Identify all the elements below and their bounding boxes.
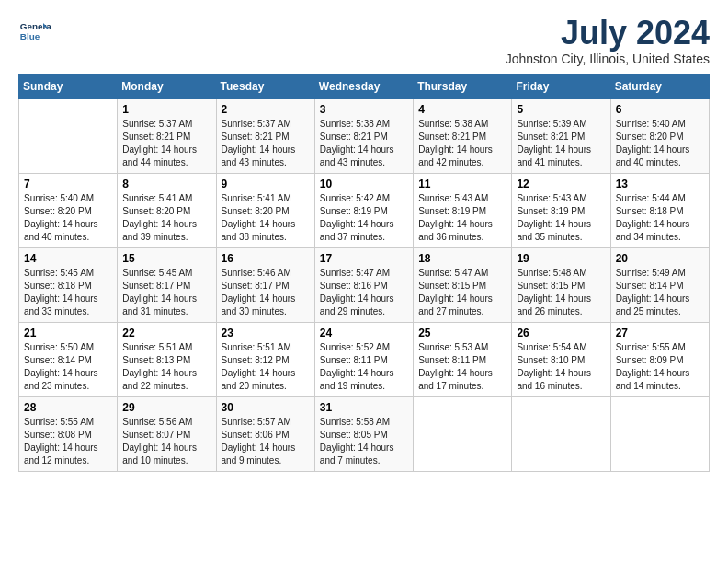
calendar-header-row: SundayMondayTuesdayWednesdayThursdayFrid… <box>19 74 710 98</box>
calendar-cell: 12Sunrise: 5:43 AM Sunset: 8:19 PM Dayli… <box>512 173 610 247</box>
calendar-cell <box>610 396 709 471</box>
calendar-cell: 6Sunrise: 5:40 AM Sunset: 8:20 PM Daylig… <box>610 98 709 173</box>
weekday-header-wednesday: Wednesday <box>314 74 413 98</box>
calendar-cell: 26Sunrise: 5:54 AM Sunset: 8:10 PM Dayli… <box>512 322 610 396</box>
day-info: Sunrise: 5:45 AM Sunset: 8:17 PM Dayligh… <box>122 267 210 318</box>
calendar-cell: 4Sunrise: 5:38 AM Sunset: 8:21 PM Daylig… <box>414 98 512 173</box>
day-number: 20 <box>616 252 704 265</box>
day-number: 9 <box>222 178 310 190</box>
calendar-cell: 7Sunrise: 5:40 AM Sunset: 8:20 PM Daylig… <box>19 173 118 247</box>
calendar-cell <box>512 396 610 471</box>
day-info: Sunrise: 5:43 AM Sunset: 8:19 PM Dayligh… <box>517 192 605 244</box>
calendar-cell <box>414 396 512 471</box>
calendar-cell: 19Sunrise: 5:48 AM Sunset: 8:15 PM Dayli… <box>512 247 610 322</box>
day-info: Sunrise: 5:43 AM Sunset: 8:19 PM Dayligh… <box>418 192 506 244</box>
svg-text:Blue: Blue <box>20 31 40 41</box>
day-info: Sunrise: 5:48 AM Sunset: 8:15 PM Dayligh… <box>517 267 605 318</box>
weekday-header-sunday: Sunday <box>19 74 118 98</box>
calendar-cell: 11Sunrise: 5:43 AM Sunset: 8:19 PM Dayli… <box>414 173 512 247</box>
calendar-cell: 25Sunrise: 5:53 AM Sunset: 8:11 PM Dayli… <box>414 322 512 396</box>
day-info: Sunrise: 5:47 AM Sunset: 8:16 PM Dayligh… <box>320 267 408 318</box>
weekday-header-thursday: Thursday <box>414 74 512 98</box>
day-number: 16 <box>222 252 310 265</box>
day-number: 14 <box>24 252 112 265</box>
day-info: Sunrise: 5:53 AM Sunset: 8:11 PM Dayligh… <box>418 341 506 393</box>
weekday-header-friday: Friday <box>512 74 610 98</box>
calendar-cell <box>19 98 118 173</box>
svg-text:General: General <box>20 21 51 31</box>
day-info: Sunrise: 5:55 AM Sunset: 8:08 PM Dayligh… <box>24 416 112 467</box>
day-number: 25 <box>418 327 506 339</box>
calendar-cell: 31Sunrise: 5:58 AM Sunset: 8:05 PM Dayli… <box>314 396 413 471</box>
day-info: Sunrise: 5:54 AM Sunset: 8:10 PM Dayligh… <box>517 341 605 393</box>
calendar-cell: 21Sunrise: 5:50 AM Sunset: 8:14 PM Dayli… <box>19 322 118 396</box>
day-number: 24 <box>320 327 408 339</box>
day-number: 3 <box>320 103 408 116</box>
calendar-cell: 22Sunrise: 5:51 AM Sunset: 8:13 PM Dayli… <box>118 322 216 396</box>
day-info: Sunrise: 5:58 AM Sunset: 8:05 PM Dayligh… <box>320 416 408 467</box>
day-number: 31 <box>320 401 408 414</box>
day-info: Sunrise: 5:49 AM Sunset: 8:14 PM Dayligh… <box>616 267 704 318</box>
day-info: Sunrise: 5:42 AM Sunset: 8:19 PM Dayligh… <box>320 192 408 244</box>
day-number: 5 <box>517 103 605 116</box>
location-subtitle: Johnston City, Illinois, United States <box>506 52 710 66</box>
day-info: Sunrise: 5:40 AM Sunset: 8:20 PM Dayligh… <box>24 192 112 244</box>
day-number: 12 <box>517 178 605 190</box>
calendar-week-1: 1Sunrise: 5:37 AM Sunset: 8:21 PM Daylig… <box>19 98 710 173</box>
day-info: Sunrise: 5:46 AM Sunset: 8:17 PM Dayligh… <box>222 267 310 318</box>
day-info: Sunrise: 5:51 AM Sunset: 8:13 PM Dayligh… <box>122 341 210 393</box>
calendar-cell: 14Sunrise: 5:45 AM Sunset: 8:18 PM Dayli… <box>19 247 118 322</box>
calendar-cell: 24Sunrise: 5:52 AM Sunset: 8:11 PM Dayli… <box>314 322 413 396</box>
day-number: 1 <box>122 103 210 116</box>
day-info: Sunrise: 5:41 AM Sunset: 8:20 PM Dayligh… <box>222 192 310 244</box>
calendar-cell: 30Sunrise: 5:57 AM Sunset: 8:06 PM Dayli… <box>216 396 314 471</box>
day-info: Sunrise: 5:44 AM Sunset: 8:18 PM Dayligh… <box>616 192 704 244</box>
day-info: Sunrise: 5:51 AM Sunset: 8:12 PM Dayligh… <box>222 341 310 393</box>
calendar-cell: 16Sunrise: 5:46 AM Sunset: 8:17 PM Dayli… <box>216 247 314 322</box>
day-info: Sunrise: 5:47 AM Sunset: 8:15 PM Dayligh… <box>418 267 506 318</box>
day-info: Sunrise: 5:55 AM Sunset: 8:09 PM Dayligh… <box>616 341 704 393</box>
calendar-table: SundayMondayTuesdayWednesdayThursdayFrid… <box>18 74 710 472</box>
weekday-header-saturday: Saturday <box>610 74 709 98</box>
calendar-cell: 8Sunrise: 5:41 AM Sunset: 8:20 PM Daylig… <box>118 173 216 247</box>
calendar-week-4: 21Sunrise: 5:50 AM Sunset: 8:14 PM Dayli… <box>19 322 710 396</box>
calendar-cell: 13Sunrise: 5:44 AM Sunset: 8:18 PM Dayli… <box>610 173 709 247</box>
calendar-cell: 15Sunrise: 5:45 AM Sunset: 8:17 PM Dayli… <box>118 247 216 322</box>
day-info: Sunrise: 5:45 AM Sunset: 8:18 PM Dayligh… <box>24 267 112 318</box>
calendar-cell: 28Sunrise: 5:55 AM Sunset: 8:08 PM Dayli… <box>19 396 118 471</box>
weekday-header-tuesday: Tuesday <box>216 74 314 98</box>
calendar-cell: 18Sunrise: 5:47 AM Sunset: 8:15 PM Dayli… <box>414 247 512 322</box>
day-number: 11 <box>418 178 506 190</box>
calendar-cell: 10Sunrise: 5:42 AM Sunset: 8:19 PM Dayli… <box>314 173 413 247</box>
day-info: Sunrise: 5:38 AM Sunset: 8:21 PM Dayligh… <box>418 118 506 169</box>
day-info: Sunrise: 5:37 AM Sunset: 8:21 PM Dayligh… <box>122 118 210 169</box>
calendar-cell: 2Sunrise: 5:37 AM Sunset: 8:21 PM Daylig… <box>216 98 314 173</box>
calendar-week-3: 14Sunrise: 5:45 AM Sunset: 8:18 PM Dayli… <box>19 247 710 322</box>
day-info: Sunrise: 5:57 AM Sunset: 8:06 PM Dayligh… <box>222 416 310 467</box>
day-number: 19 <box>517 252 605 265</box>
title-block: July 2024 Johnston City, Illinois, Unite… <box>506 15 710 66</box>
logo: General Blue <box>18 15 51 48</box>
day-number: 28 <box>24 401 112 414</box>
calendar-cell: 29Sunrise: 5:56 AM Sunset: 8:07 PM Dayli… <box>118 396 216 471</box>
day-number: 21 <box>24 327 112 339</box>
weekday-header-monday: Monday <box>118 74 216 98</box>
calendar-cell: 23Sunrise: 5:51 AM Sunset: 8:12 PM Dayli… <box>216 322 314 396</box>
day-number: 22 <box>122 327 210 339</box>
day-number: 29 <box>122 401 210 414</box>
day-info: Sunrise: 5:52 AM Sunset: 8:11 PM Dayligh… <box>320 341 408 393</box>
calendar-cell: 3Sunrise: 5:38 AM Sunset: 8:21 PM Daylig… <box>314 98 413 173</box>
day-info: Sunrise: 5:40 AM Sunset: 8:20 PM Dayligh… <box>616 118 704 169</box>
day-info: Sunrise: 5:41 AM Sunset: 8:20 PM Dayligh… <box>122 192 210 244</box>
day-info: Sunrise: 5:56 AM Sunset: 8:07 PM Dayligh… <box>122 416 210 467</box>
day-number: 7 <box>24 178 112 190</box>
calendar-cell: 27Sunrise: 5:55 AM Sunset: 8:09 PM Dayli… <box>610 322 709 396</box>
page-header: General Blue July 2024 Johnston City, Il… <box>18 15 710 66</box>
logo-icon: General Blue <box>18 15 51 48</box>
day-number: 26 <box>517 327 605 339</box>
calendar-title: July 2024 <box>506 15 710 52</box>
day-number: 17 <box>320 252 408 265</box>
day-number: 2 <box>222 103 310 116</box>
day-number: 18 <box>418 252 506 265</box>
calendar-week-5: 28Sunrise: 5:55 AM Sunset: 8:08 PM Dayli… <box>19 396 710 471</box>
